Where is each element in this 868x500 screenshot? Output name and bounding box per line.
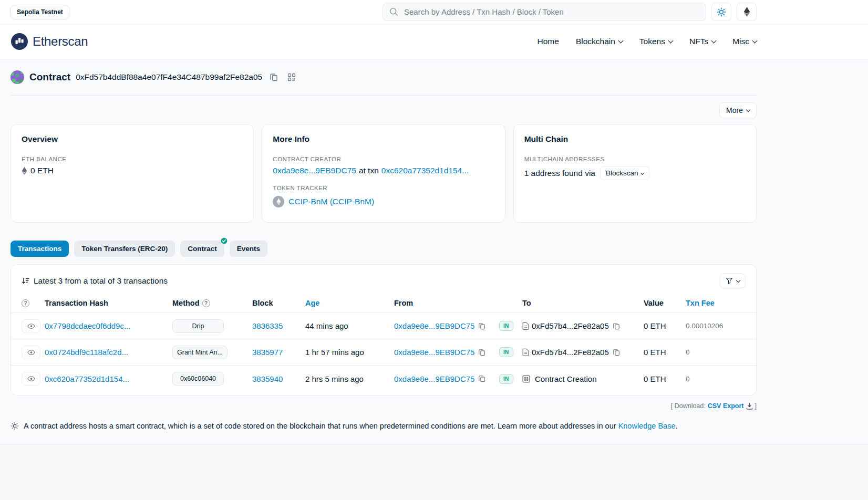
copy-icon	[613, 349, 620, 356]
nav-item-nfts[interactable]: NFTs	[689, 37, 716, 46]
main-nav: Home Blockchain Tokens NFTs Misc	[538, 37, 757, 46]
value-text: 0 ETH	[644, 348, 686, 357]
col-age[interactable]: Age	[305, 299, 394, 307]
contract-creation-icon	[522, 375, 530, 383]
creator-address-link[interactable]: 0xda9e8e...9EB9DC75	[273, 166, 356, 175]
table-row: 0x7798dcdaec0f6dd9c... Drip 3836335 44 m…	[11, 313, 756, 339]
nav-item-misc[interactable]: Misc	[732, 37, 757, 46]
copy-from-button[interactable]	[477, 348, 487, 357]
creator-connector-text: at txn	[359, 166, 379, 175]
col-from: From	[394, 299, 499, 307]
overview-card: Overview ETH BALANCE 0 ETH	[11, 124, 254, 223]
block-link[interactable]: 3835940	[252, 374, 283, 383]
table-row: 0xc620a77352d1d154... 0x60c06040 3835940…	[11, 366, 756, 392]
help-icon[interactable]: ?	[202, 299, 210, 307]
block-link[interactable]: 3835977	[252, 348, 283, 357]
multichain-card-title: Multi Chain	[524, 134, 746, 144]
table-row: 0x0724bdf9c118afc2d... Grant Mint An... …	[11, 339, 756, 366]
chevron-down-icon	[711, 38, 717, 43]
contract-header: Contract 0xFd57b4ddBf88a4e07fF4e34C487b9…	[11, 59, 757, 95]
verified-check-icon	[220, 237, 228, 246]
tab-transactions[interactable]: Transactions	[11, 241, 69, 257]
col-txn-fee[interactable]: Txn Fee	[686, 299, 746, 307]
tab-events[interactable]: Events	[230, 241, 267, 257]
help-icon[interactable]: ?	[22, 299, 29, 307]
copy-icon	[270, 73, 278, 81]
copy-address-button[interactable]	[267, 72, 280, 82]
age-text: 2 hrs 5 mins ago	[305, 374, 394, 383]
qr-code-button[interactable]	[285, 72, 298, 82]
creation-txn-link[interactable]: 0xc620a77352d1d154...	[381, 166, 469, 175]
age-text: 44 mins ago	[305, 321, 394, 330]
nav-item-blockchain[interactable]: Blockchain	[576, 37, 623, 46]
txn-fee-text: 0.00010206	[686, 322, 746, 330]
nav-item-home[interactable]: Home	[538, 37, 559, 46]
csv-export-link[interactable]: CSV Export	[708, 402, 744, 410]
tx-details-eye-button[interactable]	[22, 346, 40, 359]
overview-card-title: Overview	[22, 134, 243, 144]
network-badge[interactable]: Sepolia Testnet	[11, 5, 69, 19]
txn-hash-link[interactable]: 0xc620a77352d1d154...	[45, 374, 129, 383]
theme-toggle-button[interactable]	[711, 3, 731, 21]
copy-icon	[478, 322, 485, 330]
contract-address: 0xFd57b4ddBf88a4e07fF4e34C487b99af2Fe82a…	[76, 72, 262, 82]
multichain-addresses-label: MULTICHAIN ADDRESSES	[524, 156, 746, 162]
qr-code-icon	[287, 73, 296, 81]
copy-icon	[478, 375, 485, 382]
eye-icon	[27, 376, 35, 382]
chevron-down-icon	[668, 38, 674, 43]
etherscan-logo[interactable]: Etherscan	[11, 33, 88, 50]
token-tracker-link[interactable]: CCIP-BnM (CCIP-BnM)	[288, 197, 374, 206]
col-block: Block	[252, 299, 305, 307]
col-method: Method?	[172, 299, 252, 307]
txn-hash-link[interactable]: 0x7798dcdaec0f6dd9c...	[45, 321, 130, 330]
copy-icon	[613, 322, 620, 330]
copy-to-button[interactable]	[612, 348, 621, 357]
address-identicon	[11, 70, 24, 84]
tx-details-eye-button[interactable]	[22, 372, 40, 386]
chevron-down-icon	[752, 38, 758, 43]
eth-balance-value: 0 ETH	[30, 166, 54, 175]
eye-icon	[27, 349, 35, 356]
token-tracker-label: TOKEN TRACKER	[273, 185, 494, 191]
copy-from-button[interactable]	[477, 374, 487, 383]
download-icon	[746, 403, 753, 410]
nav-item-tokens[interactable]: Tokens	[639, 37, 673, 46]
method-badge[interactable]: Grant Mint An...	[172, 346, 228, 359]
value-text: 0 ETH	[644, 321, 686, 330]
eth-balance-label: ETH BALANCE	[22, 156, 243, 162]
copy-to-button[interactable]	[612, 322, 621, 330]
brand-name: Etherscan	[33, 34, 88, 49]
method-badge[interactable]: Drip	[172, 319, 224, 333]
filter-button[interactable]	[720, 273, 746, 288]
tx-details-eye-button[interactable]	[22, 319, 40, 333]
page-title: Contract	[29, 71, 70, 83]
from-address-link[interactable]: 0xda9e8e...9EB9DC75	[394, 348, 474, 357]
chevron-down-icon	[746, 108, 750, 112]
tab-bar: Transactions Token Transfers (ERC-20) Co…	[11, 241, 757, 257]
from-address-link[interactable]: 0xda9e8e...9EB9DC75	[394, 374, 474, 383]
age-text: 1 hr 57 mins ago	[305, 348, 394, 357]
from-address-link[interactable]: 0xda9e8e...9EB9DC75	[394, 321, 474, 330]
txn-hash-link[interactable]: 0x0724bdf9c118afc2d...	[45, 348, 128, 357]
more-button[interactable]: More	[719, 102, 757, 118]
to-address-text: Contract Creation	[535, 374, 597, 383]
knowledge-base-link[interactable]: Knowledge Base	[618, 422, 676, 430]
search-bar[interactable]	[383, 3, 706, 21]
col-transaction-hash: Transaction Hash	[45, 299, 172, 307]
direction-badge: IN	[499, 374, 513, 384]
to-address-text: 0xFd57b4...2Fe82a05	[532, 321, 609, 330]
value-text: 0 ETH	[644, 374, 686, 383]
tab-token-transfers[interactable]: Token Transfers (ERC-20)	[74, 241, 175, 257]
blockscan-dropdown[interactable]: Blockscan	[600, 166, 650, 180]
copy-from-button[interactable]	[477, 322, 487, 330]
main-header: Etherscan Home Blockchain Tokens NFTs Mi…	[0, 24, 868, 59]
tab-contract[interactable]: Contract	[180, 241, 224, 257]
page-footer	[0, 444, 868, 500]
sort-icon	[22, 277, 29, 285]
network-menu-button[interactable]	[737, 3, 757, 21]
block-link[interactable]: 3836335	[252, 321, 283, 330]
ethereum-icon	[743, 6, 750, 17]
method-badge[interactable]: 0x60c06040	[172, 372, 224, 386]
search-input[interactable]	[403, 7, 699, 17]
